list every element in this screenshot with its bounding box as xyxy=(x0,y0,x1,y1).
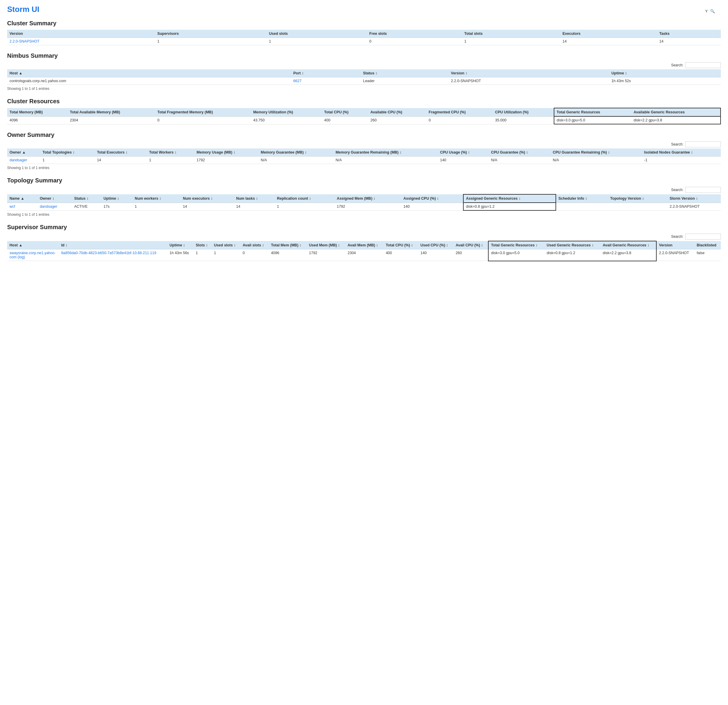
col-version[interactable]: Version xyxy=(7,30,155,38)
sup-col-15[interactable]: Version xyxy=(656,241,695,249)
col-tasks[interactable]: Tasks xyxy=(657,30,721,38)
sup-col-10[interactable]: Used CPU (%) ↕ xyxy=(418,241,453,249)
cr-col-3[interactable]: Memory Utilization (%) xyxy=(251,108,322,116)
nimbus-summary-table: Host ▲Port ↕Status ↕Version ↕Uptime ↕ co… xyxy=(7,69,721,85)
cr-cell-3: 43.750 xyxy=(251,116,322,124)
sup-col-5[interactable]: Avail slots ↕ xyxy=(240,241,269,249)
app-title: Storm UI xyxy=(7,5,721,14)
owner-col-3[interactable]: Total Workers ↕ xyxy=(147,149,194,156)
topo-col-10[interactable]: Assigned Generic Resources ↕ xyxy=(463,194,556,203)
col-used-slots[interactable]: Used slots xyxy=(267,30,367,38)
cell-executors: 14 xyxy=(560,38,657,45)
sup-cell-0[interactable]: swaysraise.corp.ne1.yahoo.com (log) xyxy=(7,249,59,261)
topo-col-4[interactable]: Num workers ↕ xyxy=(132,194,181,203)
cr-col-9[interactable]: Available Generic Resources xyxy=(631,108,721,116)
owner-col-7[interactable]: CPU Usage (%) ↕ xyxy=(438,149,489,156)
topo-col-13[interactable]: Storm Version ↕ xyxy=(667,194,721,203)
owner-search-label: Search: xyxy=(671,142,683,146)
sup-col-9[interactable]: Total CPU (%) ↕ xyxy=(383,241,418,249)
topo-cell-12 xyxy=(608,203,667,210)
sup-col-8[interactable]: Avail Mem (MB) ↕ xyxy=(345,241,383,249)
topo-col-3[interactable]: Uptime ↕ xyxy=(101,194,132,203)
topo-cell-13: 2.2.0-SNAPSHOT xyxy=(667,203,721,210)
owner-col-4[interactable]: Memory Usage (MB) ↕ xyxy=(194,149,259,156)
nimbus-col-uptime[interactable]: Uptime ↕ xyxy=(609,69,721,77)
sup-col-11[interactable]: Avail CPU (%) ↕ xyxy=(453,241,488,249)
col-executors[interactable]: Executors xyxy=(560,30,657,38)
topbar-y: Y xyxy=(705,9,708,13)
owner-col-8[interactable]: CPU Guarantee (%) ↕ xyxy=(488,149,550,156)
supervisor-search-input[interactable] xyxy=(685,234,721,240)
topo-col-6[interactable]: Num tasks ↕ xyxy=(234,194,274,203)
owner-col-1[interactable]: Total Topologies ↕ xyxy=(40,149,95,156)
owner-col-2[interactable]: Total Executors ↕ xyxy=(95,149,147,156)
nimbus-cell-uptime: 1h 43m 52s xyxy=(609,77,721,85)
nimbus-search-label: Search: xyxy=(671,63,683,67)
nimbus-col-port[interactable]: Port ↕ xyxy=(291,69,361,77)
topo-cell-0[interactable]: wcf xyxy=(7,203,38,210)
owner-col-6[interactable]: Memory Guarantee Remaining (MB) ↕ xyxy=(333,149,438,156)
owner-col-9[interactable]: CPU Guarantee Remaining (%) ↕ xyxy=(550,149,642,156)
nimbus-col-host[interactable]: Host ▲ xyxy=(7,69,291,77)
search-icon[interactable]: 🔍 xyxy=(710,9,715,13)
col-supervisors[interactable]: Supervisors xyxy=(155,30,267,38)
topo-col-5[interactable]: Num executors ↕ xyxy=(181,194,234,203)
sup-cell-13: disk=0.8 gpu=1.2 xyxy=(544,249,601,261)
topo-col-12[interactable]: Topology Version ↕ xyxy=(608,194,667,203)
owner-col-5[interactable]: Memory Guarantee (MB) ↕ xyxy=(259,149,334,156)
topology-search-input[interactable] xyxy=(685,187,721,193)
topo-col-7[interactable]: Replication count ↕ xyxy=(274,194,334,203)
sup-col-6[interactable]: Total Mem (MB) ↕ xyxy=(269,241,306,249)
cr-col-1[interactable]: Total Available Memory (MB) xyxy=(68,108,155,116)
cr-col-0[interactable]: Total Memory (MB) xyxy=(7,108,68,116)
sup-cell-15: 2.2.0-SNAPSHOT xyxy=(656,249,695,261)
cr-col-8[interactable]: Total Generic Resources xyxy=(554,108,631,116)
owner-search-input[interactable] xyxy=(685,141,721,147)
cluster-summary-title: Cluster Summary xyxy=(7,20,721,27)
sup-col-12[interactable]: Total Generic Resources ↕ xyxy=(488,241,544,249)
sup-col-7[interactable]: Used Mem (MB) ↕ xyxy=(306,241,345,249)
owner-col-10[interactable]: Isolated Nodes Guarantee ↕ xyxy=(642,149,721,156)
sup-cell-14: disk=2.2 gpu=3.8 xyxy=(601,249,656,261)
cr-col-6[interactable]: Fragmented CPU (%) xyxy=(426,108,493,116)
cr-col-5[interactable]: Available CPU (%) xyxy=(368,108,426,116)
nimbus-cell-host: controlsgoals.corp.ne1.yahoo.com xyxy=(7,77,291,85)
topo-cell-1[interactable]: dandsager xyxy=(38,203,72,210)
nimbus-search-input[interactable] xyxy=(685,62,721,68)
sup-col-13[interactable]: Used Generic Resources ↕ xyxy=(544,241,601,249)
topo-col-8[interactable]: Assigned Mem (MB) ↕ xyxy=(335,194,401,203)
cr-cell-5: 260 xyxy=(368,116,426,124)
topo-col-1[interactable]: Owner ↕ xyxy=(38,194,72,203)
nimbus-col-version[interactable]: Version ↕ xyxy=(448,69,609,77)
owner-summary-section: Owner Summary Search: Owner ▲Total Topol… xyxy=(7,132,721,170)
owner-cell-6: N/A xyxy=(333,156,438,164)
topo-cell-3: 17s xyxy=(101,203,132,210)
table-row: 2.2.0-SNAPSHOT11011414 xyxy=(7,38,721,45)
topo-col-0[interactable]: Name ▲ xyxy=(7,194,38,203)
sup-cell-5: 0 xyxy=(240,249,269,261)
owner-cell-0[interactable]: dandsager xyxy=(7,156,40,164)
sup-col-3[interactable]: Slots ↕ xyxy=(193,241,211,249)
sup-cell-1: 8a856da0-70db-4823-b650-7a573b8e41bf-10.… xyxy=(59,249,167,261)
sup-col-0[interactable]: Host ▲ xyxy=(7,241,59,249)
sup-col-1[interactable]: Id ↕ xyxy=(59,241,167,249)
cell-version[interactable]: 2.2.0-SNAPSHOT xyxy=(7,38,155,45)
topo-col-11[interactable]: Scheduler Info ↕ xyxy=(556,194,608,203)
topo-col-9[interactable]: Assigned CPU (%) ↕ xyxy=(401,194,463,203)
sup-col-14[interactable]: Avail Generic Resources ↕ xyxy=(601,241,656,249)
cr-col-2[interactable]: Total Fragmented Memory (MB) xyxy=(155,108,251,116)
owner-col-0[interactable]: Owner ▲ xyxy=(7,149,40,156)
nimbus-col-status[interactable]: Status ↕ xyxy=(361,69,449,77)
topo-col-2[interactable]: Status ↕ xyxy=(72,194,101,203)
col-free-slots[interactable]: Free slots xyxy=(367,30,462,38)
sup-col-16[interactable]: Blacklisted xyxy=(695,241,721,249)
cr-col-4[interactable]: Total CPU (%) xyxy=(322,108,368,116)
supervisor-summary-section: Supervisor Summary Search: Host ▲Id ↕Upt… xyxy=(7,224,721,261)
col-total-slots[interactable]: Total slots xyxy=(462,30,560,38)
sup-col-4[interactable]: Used slots ↕ xyxy=(211,241,240,249)
sup-col-2[interactable]: Uptime ↕ xyxy=(167,241,193,249)
cr-col-7[interactable]: CPU Utilization (%) xyxy=(493,108,554,116)
nimbus-cell-port[interactable]: 6627 xyxy=(291,77,361,85)
table-row: wcfdandsagerACTIVE17s1141411792140disk=0… xyxy=(7,203,721,210)
sup-cell-6: 4096 xyxy=(269,249,306,261)
